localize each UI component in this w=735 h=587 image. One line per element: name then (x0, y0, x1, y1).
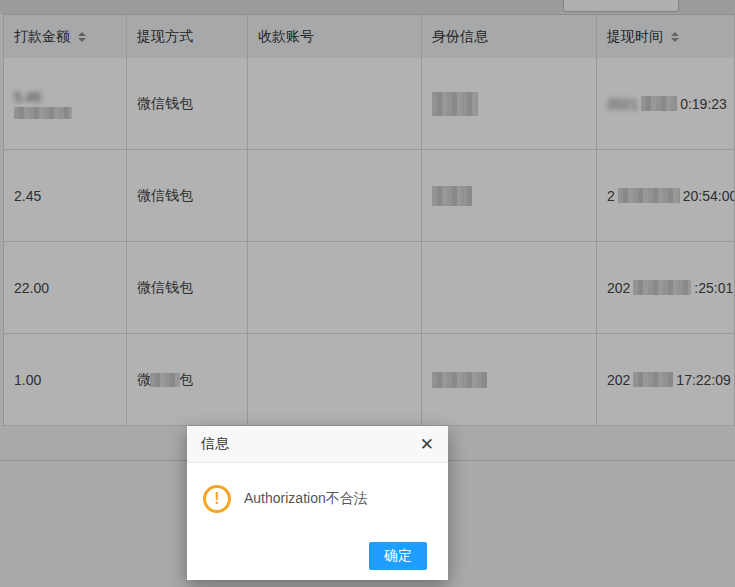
warning-icon: ! (203, 485, 231, 513)
close-icon[interactable]: ✕ (420, 436, 434, 453)
dialog-message: Authorization不合法 (244, 490, 368, 508)
dialog-header: 信息 ✕ (187, 426, 448, 463)
confirm-button[interactable]: 确定 (369, 542, 427, 570)
dialog-body: ! Authorization不合法 (187, 463, 448, 513)
dialog-title: 信息 (201, 435, 229, 453)
message-dialog: 信息 ✕ ! Authorization不合法 确定 (187, 426, 448, 580)
